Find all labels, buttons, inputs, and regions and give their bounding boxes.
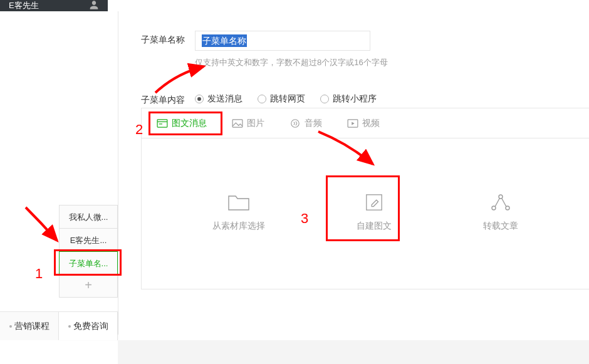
main-menu-tabs: 营销课程 免费咨询 <box>0 311 118 340</box>
share-icon <box>489 193 512 212</box>
row-name: 子菜单名称 子菜单名称 <box>141 31 589 51</box>
name-hint: 仅支持中英文和数字，字数不超过8个汉字或16个字母 <box>195 57 589 68</box>
dot-icon <box>68 325 71 328</box>
svg-line-11 <box>495 199 499 207</box>
bottom-edge <box>118 340 589 364</box>
submenu-item-1[interactable]: E客先生... <box>60 229 117 252</box>
option-create-new[interactable]: 自建图文 <box>357 193 392 232</box>
svg-line-12 <box>502 199 506 207</box>
audio-icon <box>289 119 301 128</box>
tab-label: 图文消息 <box>172 118 207 129</box>
image-icon <box>232 119 243 128</box>
message-type-box: 图文消息 图片 音频 视频 从素材库选择 自建图文 转载文章 <box>141 108 589 289</box>
radio-icon <box>258 95 266 103</box>
radio-mini-program[interactable]: 跳转小程序 <box>320 93 377 105</box>
row-content: 子菜单内容 发送消息 跳转网页 跳转小程序 <box>141 91 589 106</box>
radio-icon <box>320 95 329 103</box>
content-label: 子菜单内容 <box>141 91 195 106</box>
content-options: 从素材库选择 自建图文 转载文章 <box>142 138 589 286</box>
radio-send-message[interactable]: 发送消息 <box>195 93 242 105</box>
svg-point-10 <box>499 195 503 199</box>
svg-rect-0 <box>157 119 167 127</box>
sidebar-header: E客先生 <box>0 0 108 11</box>
form-area: 子菜单名称 子菜单名称 仅支持中英文和数字，字数不超过8个汉字或16个字母 子菜… <box>141 31 589 112</box>
radio-icon <box>195 95 204 103</box>
user-icon[interactable] <box>89 0 99 12</box>
svg-marker-6 <box>352 122 354 125</box>
tab-label: 视频 <box>362 118 380 129</box>
news-icon <box>157 119 168 128</box>
tab-label: 音频 <box>305 118 322 129</box>
radio-label: 发送消息 <box>207 93 242 105</box>
svg-rect-3 <box>232 119 242 127</box>
left-divider <box>118 11 118 335</box>
submenu-item-2[interactable]: 子菜单名... <box>59 251 118 274</box>
submenu-name-value: 子菜单名称 <box>202 34 247 47</box>
option-from-library[interactable]: 从素材库选择 <box>212 193 265 232</box>
tab-video[interactable]: 视频 <box>347 118 380 129</box>
main-menu-tab-label: 免费咨询 <box>73 321 108 332</box>
tab-image[interactable]: 图片 <box>232 118 264 129</box>
message-type-tabs: 图文消息 图片 音频 视频 <box>142 108 589 138</box>
option-reprint[interactable]: 转载文章 <box>483 193 518 232</box>
dot-icon <box>9 325 12 328</box>
submenu-add-button[interactable]: + <box>60 274 117 297</box>
option-label: 从素材库选择 <box>212 221 265 232</box>
video-icon <box>347 119 358 128</box>
svg-point-4 <box>291 119 299 127</box>
radio-jump-page[interactable]: 跳转网页 <box>258 93 305 105</box>
main-menu-tab-1[interactable]: 免费咨询 <box>59 311 118 340</box>
submenu-name-input[interactable]: 子菜单名称 <box>195 31 370 51</box>
main-menu-tab-0[interactable]: 营销课程 <box>0 312 59 340</box>
option-label: 转载文章 <box>483 221 518 232</box>
option-label: 自建图文 <box>357 221 392 232</box>
radio-label: 跳转网页 <box>270 93 305 105</box>
submenu-item-0[interactable]: 我私人微... <box>60 205 117 229</box>
annotation-num-1: 1 <box>35 266 43 282</box>
account-name: E客先生 <box>9 0 39 11</box>
name-label: 子菜单名称 <box>141 31 195 46</box>
content-radio-group: 发送消息 跳转网页 跳转小程序 <box>195 91 377 105</box>
tab-news[interactable]: 图文消息 <box>157 118 207 129</box>
radio-label: 跳转小程序 <box>333 93 377 105</box>
tab-label: 图片 <box>247 118 264 129</box>
main-menu-tab-label: 营销课程 <box>14 321 50 332</box>
tab-audio[interactable]: 音频 <box>289 118 322 129</box>
edit-icon <box>363 193 385 212</box>
folder-icon <box>227 193 250 212</box>
submenu-preview: 我私人微... E客先生... 子菜单名... + <box>59 205 118 298</box>
